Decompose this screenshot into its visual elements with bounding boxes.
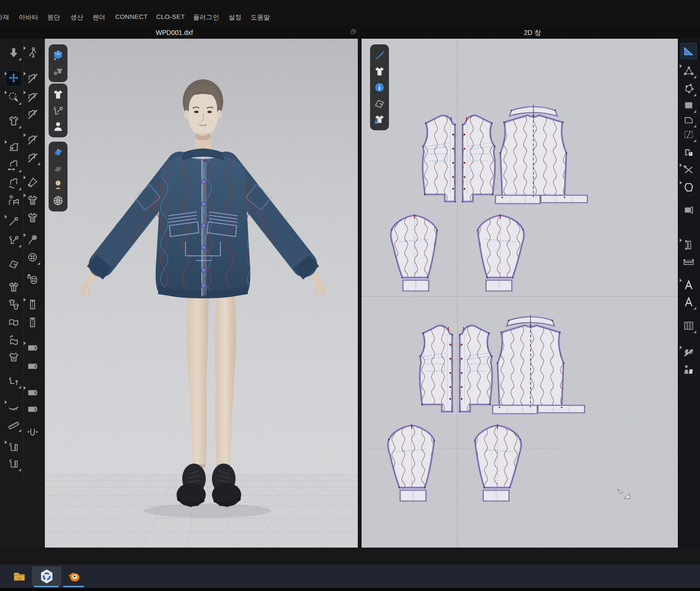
move-tool-icon[interactable] [6,70,22,86]
fabric-view-icon[interactable] [51,144,66,160]
screen-bottom-edge [0,588,700,591]
menu-item-material[interactable]: 자재 [0,13,9,22]
ruler-icon[interactable] [6,416,22,432]
clo-3d-taskbar-icon[interactable] [32,566,61,586]
blender-taskbar-icon[interactable] [61,566,87,586]
float-window-icon[interactable] [350,29,357,35]
seam-allowance-icon[interactable] [681,202,697,218]
3d-show-group [49,84,67,137]
pattern-information-icon[interactable] [372,79,387,95]
pattern-set-2[interactable] [388,315,584,501]
edit-curve-sewing-icon[interactable] [25,132,41,148]
menu-item-settings[interactable]: 설정 [228,13,242,22]
render-style-icon[interactable] [51,63,66,79]
file-explorer-icon[interactable] [7,566,32,586]
jacket-3d[interactable] [95,149,311,306]
pattern-to-avatar-icon[interactable] [681,362,697,378]
ruler-horizontal-icon[interactable] [681,254,697,270]
fabric-rotate-icon[interactable] [6,333,22,349]
edit-pattern-icon[interactable] [681,63,697,79]
fabric-roll-c-icon[interactable] [25,385,41,401]
edit-pattern-quick-icon[interactable] [372,47,387,63]
dart-icon[interactable] [681,127,697,143]
particle-distance-icon[interactable] [6,373,22,389]
2d-pattern-viewport[interactable] [362,39,678,548]
zipper-icon[interactable] [25,296,41,312]
steam-clip-icon[interactable] [25,424,41,440]
rectangle-pattern-icon[interactable] [681,97,697,113]
flip-pattern-icon[interactable] [681,344,697,360]
cut-pattern-icon[interactable] [681,162,697,178]
solidify-garment-icon[interactable] [6,279,22,295]
tab-2d-pattern-window[interactable]: 2D 창 [524,29,541,37]
menu-item-production[interactable]: 생산 [70,13,84,22]
trace-pattern-icon[interactable] [681,179,697,195]
show-garment-2d-icon[interactable] [372,63,387,79]
select-mesh-icon[interactable] [6,113,22,129]
apply-texture-icon[interactable] [25,192,41,208]
menu-bar: 자재 아바타 원단 생산 렌더 CONNECT CLO-SET 플러그인 설정 … [0,0,700,26]
bottom-spacer [0,548,700,565]
garment-measure-alt-icon[interactable] [6,456,22,472]
snap-button-icon[interactable] [25,271,41,287]
pin-garment-view-icon[interactable] [51,102,66,118]
avatar-skin-view-icon[interactable] [51,177,66,193]
polygon-pattern-icon[interactable] [681,112,697,128]
segment-sewing-icon[interactable] [6,157,22,173]
checkerboard-shirt-icon[interactable] [25,210,41,226]
puckering-icon[interactable] [6,349,22,365]
walk-avatar-icon[interactable] [25,45,41,61]
transform-pattern-icon[interactable] [681,43,697,59]
menu-item-connect[interactable]: CONNECT [115,13,148,20]
detach-sewing-icon[interactable] [25,106,41,122]
zipper-alt-icon[interactable] [25,314,41,330]
menu-item-fabric[interactable]: 원단 [47,13,60,22]
2d-pattern-scene [362,39,678,548]
tab-3d-garment-window[interactable]: WPD001.dxf [156,29,193,36]
text-style-icon[interactable] [681,294,697,310]
garment-measure-icon[interactable] [6,439,22,455]
fabric-roll-b-icon[interactable] [25,358,41,374]
lock-pattern-icon[interactable] [372,111,387,127]
show-garment-icon[interactable] [51,86,66,102]
notch-ruler-icon[interactable] [681,237,697,253]
button-fastener-icon[interactable] [25,232,41,248]
fabric-roll-icon[interactable] [25,340,41,356]
lasso-select-icon[interactable] [6,89,22,105]
window-tab-bar: WPD001.dxf 2D 창 [0,26,700,39]
button-icon[interactable] [25,249,41,265]
fabric-roll-d-icon[interactable] [25,401,41,417]
text-tool-icon[interactable] [681,277,697,293]
tape-measure-icon[interactable] [6,399,22,415]
fold-arrangement-icon[interactable] [6,256,22,272]
plane-view-icon[interactable] [51,160,66,177]
arrow-down-tool-icon[interactable] [6,45,22,61]
pin-garment-icon[interactable] [6,232,22,248]
pin-tool-icon[interactable] [6,213,22,229]
detach-sewing-alt-icon[interactable] [25,150,41,166]
automatic-sewing-icon[interactable] [6,192,22,208]
pattern-set-1[interactable] [391,105,587,291]
free-sewing-icon[interactable] [6,175,22,191]
sewing-machine-icon[interactable] [6,139,22,155]
edit-curvature-icon[interactable] [681,81,697,97]
menu-item-closet[interactable]: CLO-SET [156,13,185,20]
fabric-open-icon[interactable] [6,314,22,330]
environment-view-icon[interactable] [51,193,66,209]
menu-item-help[interactable]: 도움말 [251,13,270,22]
fold-arrangement-2d-icon[interactable] [372,95,387,111]
edit-sewing-alt-icon[interactable] [25,89,41,105]
clone-layer-icon[interactable] [6,296,22,312]
avatar-head [183,79,223,152]
menu-item-render[interactable]: 렌더 [93,13,106,22]
menu-item-avatar[interactable]: 아바타 [19,13,38,22]
texture-paint-icon[interactable] [25,174,41,190]
edit-sewing-icon[interactable] [25,70,41,86]
merge-pattern-icon[interactable] [681,144,697,160]
menu-item-plugin[interactable]: 플러그인 [193,13,219,22]
3d-viewport[interactable] [45,39,358,548]
show-avatar-icon[interactable] [51,118,66,135]
avatar-3d[interactable] [81,79,325,507]
view-cube-icon[interactable] [51,47,66,63]
grading-icon[interactable] [681,318,697,334]
